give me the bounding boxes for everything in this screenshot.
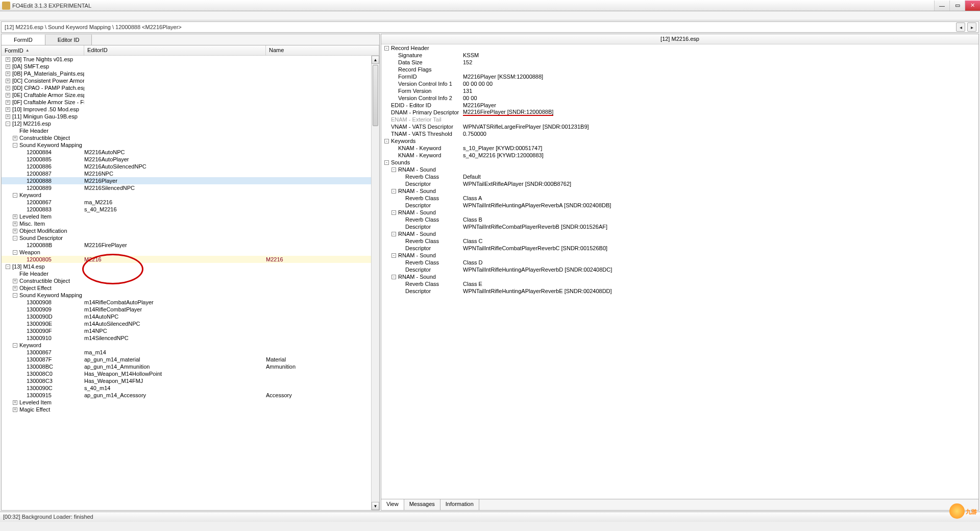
tree-row[interactable]: +[09] True Nights v01.esp xyxy=(2,56,379,63)
detail-row[interactable]: -RNAM - Sound xyxy=(381,273,978,280)
tree-row[interactable]: -[13] M14.esp xyxy=(2,263,379,270)
tree-row[interactable]: +[0A] SMFT.esp xyxy=(2,63,379,70)
expand-icon[interactable]: - xyxy=(391,253,396,258)
tree-row[interactable]: -Sound Descriptor xyxy=(2,234,379,242)
tab-information[interactable]: Information xyxy=(440,499,479,510)
expand-icon[interactable]: + xyxy=(13,229,17,233)
tree-row[interactable]: 1300087Fap_gun_m14_materialMaterial xyxy=(2,356,379,363)
tree-row[interactable]: 13000910m14SilencedNPC xyxy=(2,334,379,342)
tree-row[interactable]: 130008C0Has_Weapon_M14HollowPoint xyxy=(2,370,379,377)
expand-icon[interactable]: + xyxy=(6,86,10,90)
tab-messages[interactable]: Messages xyxy=(404,499,440,510)
back-button[interactable]: ◂ xyxy=(956,22,965,32)
detail-row[interactable]: Reverb ClassClass D xyxy=(381,259,978,266)
tree-row[interactable]: 13000909m14RifleCombatPlayer xyxy=(2,306,379,313)
tree-row[interactable]: 12000889M2216SilencedNPC xyxy=(2,184,379,191)
tree-row[interactable]: +Leveled Item xyxy=(2,399,379,406)
tree-row[interactable]: +Object Modification xyxy=(2,227,379,234)
tab-formid[interactable]: FormID xyxy=(2,34,45,45)
tree-row[interactable]: -Keyword xyxy=(2,342,379,349)
minimize-button[interactable]: — xyxy=(934,1,949,11)
expand-icon[interactable]: + xyxy=(13,136,17,140)
detail-row[interactable]: DescriptorWPNTailIntRifleHuntingAPlayerR… xyxy=(381,266,978,273)
detail-row[interactable]: Reverb ClassDefault xyxy=(381,173,978,180)
expand-icon[interactable]: - xyxy=(391,232,396,236)
tree-row[interactable]: 1300090Em14AutoSilencedNPC xyxy=(2,320,379,327)
detail-row[interactable]: Record Flags xyxy=(381,66,978,73)
tree-row[interactable]: 12000884M2216AutoNPC xyxy=(2,149,379,156)
expand-icon[interactable]: + xyxy=(6,79,10,83)
expand-icon[interactable]: - xyxy=(13,236,17,240)
tree-row[interactable]: 1300090Cs_40_m14 xyxy=(2,384,379,392)
expand-icon[interactable]: + xyxy=(6,100,10,105)
tree-row[interactable]: 12000886M2216AutoSilencedNPC xyxy=(2,163,379,170)
scrollbar[interactable]: ▲ ▼ xyxy=(371,56,379,510)
tree-row[interactable]: 13000867ma_m14 xyxy=(2,349,379,356)
detail-row[interactable]: -RNAM - Sound xyxy=(381,209,978,216)
close-button[interactable]: ✕ xyxy=(965,1,980,11)
detail-row[interactable]: Reverb ClassClass A xyxy=(381,195,978,202)
detail-row[interactable]: Version Control Info 100 00 00 00 xyxy=(381,80,978,87)
detail-row[interactable]: SignatureKSSM xyxy=(381,52,978,59)
detail-row[interactable]: DescriptorWPNTailIntRifleHuntingAPlayerR… xyxy=(381,287,978,295)
tree-row[interactable]: +[0E] Craftable Armor Size.esp xyxy=(2,91,379,99)
col-editorid[interactable]: EditorID xyxy=(84,45,266,55)
tree-row[interactable]: 12000888M2216Player xyxy=(2,177,379,184)
tree-row[interactable]: 12000885M2216AutoPlayer xyxy=(2,156,379,163)
tree-row[interactable]: 12000867ma_M2216 xyxy=(2,199,379,206)
tree-row[interactable]: -Keyword xyxy=(2,191,379,199)
tree-row[interactable]: +[0C] Consistent Power Armor Overhaul.es… xyxy=(2,77,379,84)
expand-icon[interactable]: + xyxy=(13,407,17,412)
detail-row[interactable]: -Sounds xyxy=(381,159,978,166)
tree-row[interactable]: File Header xyxy=(2,270,379,277)
tab-editorid[interactable]: Editor ID xyxy=(45,34,92,45)
record-tree[interactable]: +[09] True Nights v01.esp+[0A] SMFT.esp+… xyxy=(2,56,379,510)
detail-row[interactable]: DNAM - Primary DescriptorM2216FirePlayer… xyxy=(381,109,978,116)
detail-row[interactable]: ENAM - Exterior Tail xyxy=(381,116,978,123)
detail-row[interactable]: DescriptorWPNTailIntRifleCombatPlayerRev… xyxy=(381,245,978,252)
detail-row[interactable]: -Keywords xyxy=(381,137,978,144)
detail-row[interactable]: VNAM - VATS DescriptorWPNVATSRifleLargeF… xyxy=(381,123,978,130)
expand-icon[interactable]: - xyxy=(13,293,17,298)
detail-row[interactable]: -Record Header xyxy=(381,44,978,52)
tree-row[interactable]: -Sound Keyword Mapping xyxy=(2,292,379,299)
detail-row[interactable]: FormIDM2216Player [KSSM:12000888] xyxy=(381,73,978,80)
tab-view[interactable]: View xyxy=(381,499,404,510)
expand-icon[interactable]: + xyxy=(13,222,17,226)
tree-row[interactable]: 1300090Dm14AutoNPC xyxy=(2,313,379,320)
tree-row[interactable]: -Sound Keyword Mapping xyxy=(2,141,379,149)
tree-row[interactable]: +[0F] Craftable Armor Size - Fix Materia… xyxy=(2,99,379,106)
tree-row[interactable]: 130008C3Has_Weapon_M14FMJ xyxy=(2,377,379,384)
detail-row[interactable]: -RNAM - Sound xyxy=(381,252,978,259)
expand-icon[interactable]: - xyxy=(13,193,17,198)
expand-icon[interactable]: - xyxy=(391,189,396,194)
tree-row[interactable]: 12000883s_40_M2216 xyxy=(2,206,379,213)
maximize-button[interactable]: ▭ xyxy=(949,1,965,11)
tree-row[interactable]: File Header xyxy=(2,127,379,134)
detail-row[interactable]: DescriptorWPNTailIntRifleHuntingAPlayerR… xyxy=(381,202,978,209)
tree-row[interactable]: +[11] Minigun Gau-19B.esp xyxy=(2,113,379,120)
tree-row[interactable]: +Object Effect xyxy=(2,284,379,292)
detail-row[interactable]: Reverb ClassClass E xyxy=(381,280,978,287)
expand-icon[interactable]: - xyxy=(384,139,389,143)
expand-icon[interactable]: - xyxy=(391,275,396,279)
detail-row[interactable]: EDID - Editor IDM2216Player xyxy=(381,102,978,109)
scroll-thumb[interactable] xyxy=(373,65,378,126)
expand-icon[interactable]: + xyxy=(6,71,10,76)
expand-icon[interactable]: - xyxy=(13,250,17,255)
tree-row[interactable]: -[12] M2216.esp xyxy=(2,120,379,127)
detail-row[interactable]: DescriptorWPNTailExtRifleAPlayer [SNDR:0… xyxy=(381,180,978,187)
scroll-down-icon[interactable]: ▼ xyxy=(372,502,379,510)
detail-row[interactable]: DescriptorWPNTailIntRifleCombatPlayerRev… xyxy=(381,223,978,230)
tree-row[interactable]: +Leveled Item xyxy=(2,213,379,220)
expand-icon[interactable]: - xyxy=(384,160,389,165)
detail-row[interactable]: KNAM - Keywords_10_Player [KYWD:00051747… xyxy=(381,144,978,152)
col-formid[interactable]: FormID▲ xyxy=(2,45,84,55)
tree-row[interactable]: 13000908m14RifleCombatAutoPlayer xyxy=(2,299,379,306)
tree-row[interactable]: +Constructible Object xyxy=(2,277,379,284)
detail-row[interactable]: Version Control Info 200 00 xyxy=(381,94,978,102)
tree-row[interactable]: +Magic Effect xyxy=(2,406,379,413)
expand-icon[interactable]: + xyxy=(6,64,10,69)
scroll-up-icon[interactable]: ▲ xyxy=(372,56,379,64)
detail-row[interactable]: KNAM - Keywords_40_M2216 [KYWD:12000883] xyxy=(381,152,978,159)
